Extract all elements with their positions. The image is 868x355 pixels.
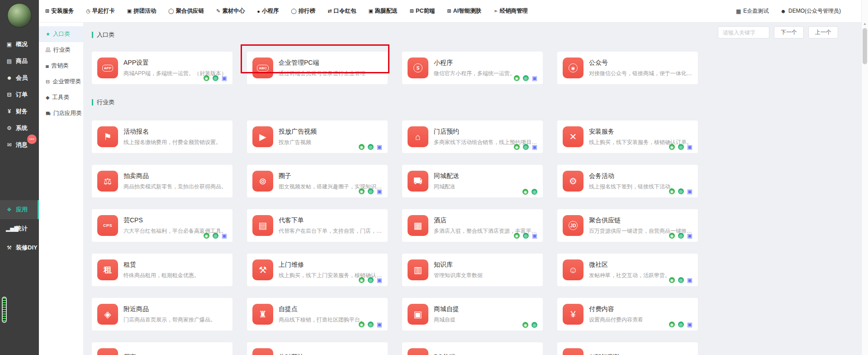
platform-printer-icon[interactable]: ▣	[222, 75, 227, 82]
platform-mini-icon[interactable]: ◎	[523, 75, 529, 81]
topbar-menu-item[interactable]: ⊞ 安装服务	[45, 7, 74, 15]
platform-mini-icon[interactable]: ◎	[678, 321, 684, 327]
sidebar-item[interactable]: ✉ 消息 ⋯	[0, 136, 39, 153]
platform-mini-icon[interactable]: ◎	[678, 188, 684, 194]
topbar-account-item[interactable]: ▦ E企盈测试	[736, 7, 768, 15]
platform-wechat-icon[interactable]: ◉	[359, 321, 365, 327]
topbar-menu-item[interactable]: ● 小程序	[257, 7, 279, 15]
topbar-account-item[interactable]: ☻ DEMO(公众号管理员)	[780, 7, 841, 15]
search-input[interactable]	[718, 26, 769, 38]
app-card[interactable]: ⊞ 厂家	[92, 342, 232, 355]
app-card[interactable]: ♜ 自提点 商品线下核销，打造社区团购平台。 ◉◎▣	[247, 298, 388, 331]
topbar-menu-item[interactable]: ✎ 素材中心	[216, 7, 245, 15]
platform-wechat-icon[interactable]: ◉	[359, 188, 365, 194]
platform-mini-icon[interactable]: ◎	[213, 75, 218, 81]
app-card[interactable]: ✕ 安装服务 线上购买，线下安装服务，核销确认订单。 ◉◎▣	[557, 120, 698, 153]
app-card[interactable]: 租 租赁 特殊商品租用，租期租金优惠。	[92, 254, 232, 286]
app-card[interactable]: ◈ 附近商品 门店商品首页展示，帮商家推广爆品。	[92, 298, 232, 331]
platform-printer-icon[interactable]: ▣	[687, 232, 693, 239]
topbar-menu-item[interactable]: ⊞ PC前端	[410, 7, 435, 15]
platform-wechat-icon[interactable]: ◉	[669, 321, 675, 327]
category-tab[interactable]: ★ 入口类	[39, 26, 83, 42]
sidebar-item[interactable]: ¥ 财务	[0, 103, 39, 120]
platform-printer-icon[interactable]: ▣	[687, 188, 693, 195]
app-card[interactable]: ▦ 酒店 多酒店入驻，整合线下酒店资源，丰富平台服务。 ◉◎▣	[402, 209, 543, 242]
platform-wechat-icon[interactable]: ◉	[522, 322, 528, 328]
platform-printer-icon[interactable]: ▣	[532, 144, 537, 150]
prev-button[interactable]: 上一个	[808, 26, 838, 38]
category-tab[interactable]: ⊟ 企业管理类	[39, 74, 83, 90]
app-card[interactable]: ▶ 投放广告视频 投放广告视频 ◉◎▣	[247, 120, 388, 153]
app-card[interactable]: JD 聚合供应链 百万货源供应一键进货，自营商品一键推送云仓，采购 ◉◎▣	[557, 209, 698, 242]
scrollbar[interactable]: ▲	[861, 0, 868, 355]
app-card[interactable]: ◷ 分时预约	[247, 342, 388, 355]
app-card[interactable]: S 小程序 微信官方小程序，多端统一运营。 ◉◎▣	[402, 52, 543, 84]
sidebar-item[interactable]: ⚒ 装修DIY	[0, 238, 39, 257]
app-card[interactable]: ABC 企业管理PC端 通过前端会员账号登录进行企业管理	[247, 52, 388, 84]
platform-wechat-icon[interactable]: ◉	[514, 233, 520, 239]
sidebar-item[interactable]: ▂▅▇ 统计	[0, 219, 39, 238]
platform-mini-icon[interactable]: ◎	[678, 277, 684, 283]
platform-mini-icon[interactable]: ◎	[531, 189, 537, 195]
platform-printer-icon[interactable]: ▣	[222, 232, 227, 239]
next-button[interactable]: 下一个	[774, 26, 804, 38]
platform-mini-icon[interactable]: ◎	[368, 277, 374, 283]
scrollbar-thumb[interactable]	[863, 28, 867, 64]
platform-wechat-icon[interactable]: ◉	[359, 144, 365, 150]
platform-mini-icon[interactable]: ◎	[368, 321, 374, 327]
app-card[interactable]: ⊞ PC前端	[402, 342, 543, 355]
category-tab[interactable]: ⛟ 门店应用类	[39, 106, 83, 121]
app-card[interactable]: ⌂ 门店预约 多商家线下活动组合销售，线上预约项目线下服务核销。 ◉◎▣	[402, 120, 543, 153]
platform-printer-icon[interactable]: ▣	[377, 188, 382, 195]
platform-mini-icon[interactable]: ◎	[523, 144, 529, 150]
platform-mini-icon[interactable]: ◎	[213, 233, 218, 239]
app-card[interactable]: ⚙ 会务活动 线上报名线下签到，链接线下活动。 ◉◎▣	[557, 165, 698, 197]
platform-printer-icon[interactable]: ▣	[687, 144, 693, 150]
platform-wechat-icon[interactable]: ◉	[514, 144, 520, 150]
topbar-menu-item[interactable]: ⊞ AI智能测肤	[447, 7, 481, 15]
platform-wechat-icon[interactable]: ◉	[669, 188, 675, 194]
topbar-menu-item[interactable]: ◯ 聚合供应链	[168, 7, 204, 15]
category-tab[interactable]: ◙ 营销类	[39, 58, 83, 74]
platform-printer-icon[interactable]: ▣	[532, 232, 537, 239]
app-card[interactable]: ▤ 代客下单 代替客户在后台下单，支持自营，门店，供应商。	[247, 209, 388, 242]
app-card[interactable]: ¥ 付费内容 设置商品付费内容查看 ◉◎▣	[557, 298, 698, 331]
scroll-up-arrow[interactable]: ▲	[862, 22, 868, 26]
app-card[interactable]: ⚖ 拍卖商品 商品拍卖模式新零售，竞拍出价获得商品。	[92, 165, 232, 197]
sidebar-item[interactable]: ❖ 应用	[0, 200, 39, 219]
topbar-menu-item[interactable]: ➣ 经销商管理	[493, 7, 528, 15]
app-card[interactable]: ✚ AI智能测肤	[557, 342, 698, 355]
platform-mini-icon[interactable]: ◎	[368, 188, 374, 194]
sidebar-item[interactable]: ⚙ 系统	[0, 120, 39, 136]
app-card[interactable]: ▣ 商城自提 商城自提 ◉◎	[402, 298, 543, 331]
platform-printer-icon[interactable]: ▣	[687, 321, 693, 328]
platform-wechat-icon[interactable]: ◉	[204, 75, 209, 81]
sidebar-item[interactable]: ▣ 概况	[0, 36, 39, 53]
platform-printer-icon[interactable]: ▣	[377, 321, 382, 328]
topbar-menu-item[interactable]: ◷ 早起打卡	[86, 7, 115, 15]
platform-mini-icon[interactable]: ◎	[678, 144, 684, 150]
topbar-menu-item[interactable]: ▣ 拼团活动	[127, 7, 156, 15]
sidebar-item[interactable]: ☻ 会员	[0, 69, 39, 86]
platform-mini-icon[interactable]: ◎	[523, 233, 529, 239]
sidebar-item[interactable]: ▤ 商品	[0, 53, 39, 69]
category-tab[interactable]: ◆ 工具类	[39, 90, 83, 106]
platform-printer-icon[interactable]: ▣	[532, 75, 537, 82]
app-card[interactable]: ▥ 知识库 管理知识库文章数据	[402, 254, 543, 286]
app-card[interactable]: ⊚ 圈子 图文视频发帖，搭建兴趣圈子，实现知识付费。 ◉◎▣	[247, 165, 388, 197]
platform-printer-icon[interactable]: ▣	[377, 277, 382, 283]
topbar-menu-item[interactable]: ⇄ 口令红包	[327, 7, 356, 15]
platform-wechat-icon[interactable]: ◉	[669, 144, 675, 150]
topbar-menu-item[interactable]: ◯ 排行榜	[291, 7, 315, 15]
platform-printer-icon[interactable]: ▣	[687, 277, 693, 283]
platform-mini-icon[interactable]: ◎	[368, 144, 374, 150]
app-card[interactable]: ⛟ 同城配送 同城配送 ◉◎	[402, 165, 543, 197]
app-card[interactable]: ☺ 微社区 发帖种草，社交互动，活跃带货。 ◉◎▣	[557, 254, 698, 286]
platform-wechat-icon[interactable]: ◉	[669, 277, 675, 283]
sidebar-item[interactable]: ⊟ 订单	[0, 86, 39, 103]
app-card[interactable]: ⚒ 上门维修 线上购买，线下上门安装服务，核销确认订单。 ◉◎▣	[247, 254, 388, 286]
platform-wechat-icon[interactable]: ◉	[514, 75, 520, 81]
avatar[interactable]	[7, 3, 32, 28]
topbar-menu-item[interactable]: ▣ 跑腿配送	[368, 7, 397, 15]
category-tab[interactable]: 品 行业类	[39, 42, 83, 58]
